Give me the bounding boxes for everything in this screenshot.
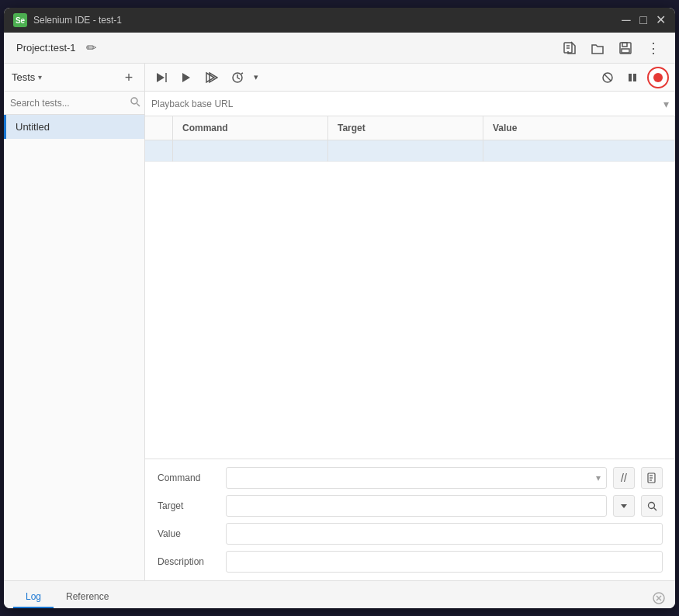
- table-row[interactable]: [145, 140, 675, 162]
- value-input[interactable]: [226, 523, 663, 545]
- tests-label-text: Tests: [12, 71, 35, 83]
- project-bar: Project: test-1 ✏: [4, 33, 675, 64]
- tab-log[interactable]: Log: [13, 587, 54, 608]
- value-label: Value: [158, 528, 220, 539]
- svg-marker-10: [182, 73, 190, 82]
- window-title: Selenium IDE - test-1: [33, 15, 621, 26]
- pause-button[interactable]: [624, 71, 641, 85]
- svg-marker-8: [157, 73, 165, 82]
- url-input[interactable]: [151, 99, 663, 109]
- target-column-header: Target: [328, 116, 483, 140]
- app-icon: Se: [13, 13, 27, 27]
- target-dropdown-button[interactable]: [613, 495, 635, 517]
- svg-point-6: [131, 98, 137, 104]
- project-label: Project:: [16, 42, 50, 54]
- value-column-header: Value: [483, 116, 675, 140]
- test-item-untitled[interactable]: Untitled: [4, 115, 144, 139]
- project-name: test-1: [50, 42, 76, 54]
- comment-button[interactable]: //: [613, 467, 635, 489]
- save-project-button[interactable]: [616, 39, 635, 57]
- tab-reference[interactable]: Reference: [54, 587, 121, 608]
- test-table: Command Target Value: [145, 116, 675, 459]
- command-select[interactable]: [226, 467, 607, 489]
- command-form: Command ▾ //: [145, 459, 675, 580]
- svg-line-25: [653, 507, 656, 510]
- close-button[interactable]: ✕: [655, 15, 666, 26]
- close-bottom-panel-icon[interactable]: [652, 591, 666, 605]
- run-button[interactable]: [178, 71, 195, 85]
- search-input[interactable]: [10, 98, 126, 109]
- target-label: Target: [158, 500, 220, 511]
- command-label: Command: [158, 472, 220, 483]
- new-project-button[interactable]: [560, 39, 579, 57]
- run-all-button[interactable]: [151, 69, 171, 86]
- svg-line-14: [241, 73, 243, 74]
- svg-marker-23: [621, 504, 627, 508]
- command-row: Command ▾ //: [158, 467, 663, 489]
- speed-dropdown-button[interactable]: ▾: [254, 72, 258, 82]
- svg-marker-11: [206, 73, 214, 82]
- svg-line-7: [137, 104, 140, 107]
- bottom-bar: Log Reference: [4, 580, 675, 608]
- command-select-wrapper: ▾: [226, 467, 607, 489]
- svg-rect-5: [622, 49, 629, 53]
- url-bar: ▾: [145, 92, 675, 116]
- tests-dropdown[interactable]: Tests ▾: [12, 71, 121, 83]
- maximize-button[interactable]: □: [638, 15, 649, 26]
- svg-rect-17: [629, 74, 632, 81]
- title-bar: Se Selenium IDE - test-1 ─ □ ✕: [4, 8, 675, 33]
- edit-project-icon[interactable]: ✏: [82, 39, 101, 57]
- value-row: Value: [158, 523, 663, 545]
- tests-chevron-icon: ▾: [38, 73, 42, 81]
- content-pane: ▾: [145, 64, 675, 580]
- description-label: Description: [158, 556, 220, 567]
- doc-button[interactable]: [641, 467, 663, 489]
- description-row: Description: [158, 551, 663, 573]
- description-input[interactable]: [226, 551, 663, 573]
- svg-point-24: [648, 502, 654, 508]
- window-controls: ─ □ ✕: [621, 15, 666, 26]
- sidebar: Tests ▾ + Untitled: [4, 64, 145, 580]
- more-options-button[interactable]: ⋮: [644, 39, 663, 57]
- search-icon: [130, 96, 140, 109]
- minimize-button[interactable]: ─: [621, 15, 632, 26]
- speed-button[interactable]: [227, 69, 248, 86]
- project-actions: ⋮: [560, 39, 663, 57]
- disable-breakpoints-button[interactable]: [598, 69, 618, 86]
- svg-line-16: [605, 74, 611, 81]
- debug-button[interactable]: [201, 69, 221, 86]
- main-area: Tests ▾ + Untitled: [4, 64, 675, 580]
- target-search-button[interactable]: [641, 495, 663, 517]
- record-dot-icon: [653, 73, 663, 82]
- sidebar-header: Tests ▾ +: [4, 64, 144, 92]
- app-window: Se Selenium IDE - test-1 ─ □ ✕ Project: …: [4, 8, 675, 608]
- url-dropdown-icon[interactable]: ▾: [663, 98, 669, 110]
- toolbar: ▾: [145, 64, 675, 92]
- svg-rect-4: [622, 43, 627, 47]
- svg-rect-18: [633, 74, 636, 81]
- table-header: Command Target Value: [145, 116, 675, 140]
- command-column-header: Command: [173, 116, 328, 140]
- record-button[interactable]: [647, 67, 669, 88]
- add-test-button[interactable]: +: [121, 70, 137, 85]
- search-box: [4, 92, 144, 115]
- open-project-button[interactable]: [588, 39, 607, 57]
- target-row: Target: [158, 495, 663, 517]
- row-num-header: [145, 116, 173, 140]
- target-input[interactable]: [226, 495, 607, 517]
